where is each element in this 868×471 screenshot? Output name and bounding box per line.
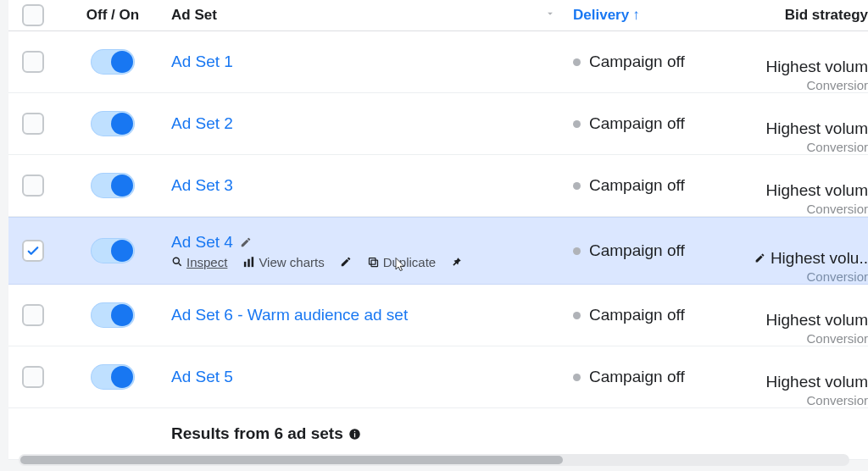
svg-rect-8	[354, 433, 355, 437]
results-summary-text: Results from 6 ad sets	[171, 424, 343, 443]
row-hover-actions: Inspect View charts D	[171, 255, 568, 269]
bid-strategy-text: Highest volum	[749, 181, 868, 200]
header-delivery-cell[interactable]: Delivery ↑	[568, 7, 749, 24]
header-adset-cell[interactable]: Ad Set	[168, 7, 568, 24]
bid-strategy-text: Highest volum	[749, 119, 868, 138]
row-checkbox[interactable]	[22, 366, 44, 388]
select-all-checkbox[interactable]	[22, 4, 44, 26]
row-checkbox[interactable]	[22, 51, 44, 73]
status-dot-icon	[573, 247, 581, 255]
row-toggle[interactable]	[91, 49, 135, 75]
bid-strategy-text: Highest volum	[749, 58, 868, 76]
status-dot-icon	[573, 182, 581, 190]
delivery-status: Campaign off	[589, 368, 685, 386]
header-bid-cell[interactable]: Bid strategy	[749, 7, 868, 24]
status-dot-icon	[573, 58, 581, 66]
bid-strategy-subtext: Conversior	[749, 393, 868, 407]
table-row: Ad Set 4 Inspect View charts	[8, 217, 868, 285]
view-charts-action[interactable]: View charts	[242, 255, 324, 269]
horizontal-scrollbar[interactable]	[19, 454, 849, 466]
adset-name-link[interactable]: Ad Set 2	[171, 114, 568, 133]
scrollbar-thumb[interactable]	[20, 456, 563, 464]
delivery-status: Campaign off	[589, 176, 685, 195]
delivery-status: Campaign off	[589, 241, 685, 260]
bar-chart-icon	[242, 256, 255, 269]
header-checkbox-cell	[8, 4, 58, 26]
adset-name-link[interactable]: Ad Set 4	[171, 233, 568, 252]
svg-rect-2	[244, 261, 247, 266]
row-checkbox[interactable]	[22, 304, 44, 326]
table-header: Off / On Ad Set Delivery ↑ Bid strategy	[8, 0, 868, 31]
bid-strategy-text: Highest volum	[749, 311, 868, 330]
status-dot-icon	[573, 120, 581, 128]
duplicate-icon	[367, 256, 380, 269]
duplicate-label: Duplicate	[383, 255, 437, 269]
table-row: Ad Set 1 Campaign off Highest volum Conv…	[8, 31, 868, 93]
header-toggle-label: Off / On	[86, 7, 139, 24]
delivery-status: Campaign off	[589, 53, 685, 71]
row-toggle[interactable]	[91, 173, 135, 198]
table-row: Ad Set 6 - Warm audience ad set Campaign…	[8, 285, 868, 346]
bid-strategy-subtext: Conversior	[749, 78, 868, 92]
svg-rect-3	[248, 258, 251, 266]
edit-action[interactable]	[340, 256, 352, 268]
row-toggle[interactable]	[91, 111, 135, 136]
svg-point-0	[173, 258, 179, 263]
row-toggle[interactable]	[91, 364, 135, 390]
adset-name-link[interactable]: Ad Set 3	[171, 176, 568, 195]
row-checkbox[interactable]	[22, 113, 44, 135]
pin-action[interactable]	[451, 256, 463, 268]
svg-rect-5	[371, 260, 378, 267]
inspect-label: Inspect	[186, 255, 227, 269]
row-toggle[interactable]	[91, 238, 135, 263]
header-delivery-label: Delivery	[573, 7, 629, 24]
caret-down-icon	[544, 7, 556, 24]
table-row: Ad Set 3 Campaign off Highest volum Conv…	[8, 155, 868, 217]
row-checkbox[interactable]	[22, 175, 44, 197]
bid-strategy-subtext: Conversior	[749, 202, 868, 216]
pin-icon	[451, 256, 463, 268]
sort-ascending-icon: ↑	[632, 7, 640, 24]
bid-strategy-subtext: Conversior	[749, 269, 868, 284]
results-summary: Results from 6 ad sets	[171, 424, 568, 443]
pencil-icon	[340, 256, 352, 268]
pencil-icon[interactable]	[240, 236, 252, 248]
table-row: Ad Set 2 Campaign off Highest volum Conv…	[8, 93, 868, 155]
adset-name-text: Ad Set 4	[171, 233, 233, 252]
magnifier-icon	[171, 256, 183, 268]
row-toggle[interactable]	[91, 302, 135, 328]
bid-strategy-text: Highest volu..	[749, 249, 868, 268]
delivery-status: Campaign off	[589, 306, 685, 324]
adset-name-link[interactable]: Ad Set 5	[171, 368, 568, 386]
adset-name-link[interactable]: Ad Set 6 - Warm audience ad set	[171, 306, 568, 324]
bid-strategy-subtext: Conversior	[749, 331, 868, 346]
results-footer: Results from 6 ad sets	[8, 408, 868, 460]
inspect-action[interactable]: Inspect	[171, 255, 227, 269]
bid-strategy-text: Highest volum	[749, 373, 868, 391]
svg-rect-4	[252, 257, 254, 267]
duplicate-action[interactable]: Duplicate	[367, 255, 437, 269]
bid-strategy-subtext: Conversior	[749, 140, 868, 154]
header-adset-label: Ad Set	[171, 7, 217, 24]
header-bid-label: Bid strategy	[785, 7, 868, 24]
view-charts-label: View charts	[259, 255, 324, 269]
info-icon[interactable]	[348, 428, 361, 441]
status-dot-icon	[573, 374, 581, 381]
ads-manager-table: Off / On Ad Set Delivery ↑ Bid strategy …	[0, 0, 868, 471]
svg-line-1	[179, 263, 181, 266]
adset-name-link[interactable]: Ad Set 1	[171, 53, 568, 71]
row-checkbox[interactable]	[22, 240, 44, 262]
table-row: Ad Set 5 Campaign off Highest volum Conv…	[8, 346, 868, 408]
status-dot-icon	[573, 312, 581, 319]
svg-rect-6	[369, 258, 376, 264]
svg-rect-9	[354, 430, 355, 431]
header-toggle-cell: Off / On	[58, 7, 168, 24]
delivery-status: Campaign off	[589, 114, 685, 133]
pencil-icon[interactable]	[754, 249, 765, 268]
